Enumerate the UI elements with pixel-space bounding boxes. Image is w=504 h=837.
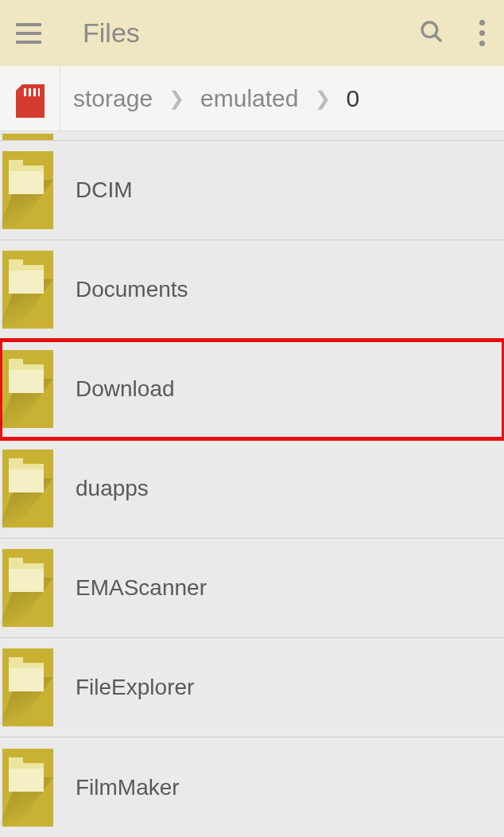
file-name: FileExplorer — [76, 675, 194, 700]
list-item[interactable]: EMAScanner — [0, 539, 504, 638]
folder-icon — [2, 450, 53, 528]
breadcrumb: storage ❯ emulated ❯ 0 — [0, 66, 504, 131]
file-name: FilmMaker — [76, 775, 180, 800]
breadcrumb-item-current[interactable]: 0 — [343, 85, 363, 112]
list-item[interactable]: FileExplorer — [0, 638, 504, 738]
more-icon[interactable] — [479, 20, 485, 46]
file-name: Download — [76, 376, 175, 402]
list-item[interactable]: Documents — [0, 240, 504, 340]
folder-icon — [2, 648, 53, 726]
file-name: EMAScanner — [76, 575, 207, 601]
app-title: Files — [83, 18, 419, 49]
breadcrumb-item[interactable]: emulated — [197, 85, 301, 112]
file-name: Documents — [76, 277, 188, 302]
file-name: duapps — [76, 476, 149, 501]
folder-icon — [2, 134, 53, 140]
file-list: DCIM Documents Download duapps EMAScanne… — [0, 131, 504, 837]
list-item[interactable]: DCIM — [0, 141, 504, 240]
breadcrumb-items: storage ❯ emulated ❯ 0 — [60, 85, 362, 112]
folder-icon — [2, 251, 53, 329]
folder-icon — [2, 549, 53, 627]
list-item[interactable] — [0, 131, 504, 141]
storage-root-button[interactable] — [0, 66, 60, 131]
svg-line-1 — [435, 35, 441, 41]
list-item[interactable]: Download — [0, 340, 504, 439]
sd-card-icon — [16, 84, 45, 118]
chevron-right-icon: ❯ — [302, 88, 343, 110]
list-item[interactable]: duapps — [0, 439, 504, 539]
breadcrumb-item[interactable]: storage — [70, 85, 156, 112]
file-name: DCIM — [76, 177, 133, 203]
menu-icon[interactable] — [16, 19, 45, 48]
list-item[interactable]: FilmMaker — [0, 738, 504, 837]
app-bar: Files — [0, 0, 504, 66]
chevron-right-icon: ❯ — [156, 88, 197, 110]
folder-icon — [2, 151, 53, 229]
folder-icon — [2, 350, 53, 428]
folder-icon — [2, 749, 53, 827]
search-icon[interactable] — [419, 19, 444, 48]
svg-point-0 — [422, 22, 437, 37]
